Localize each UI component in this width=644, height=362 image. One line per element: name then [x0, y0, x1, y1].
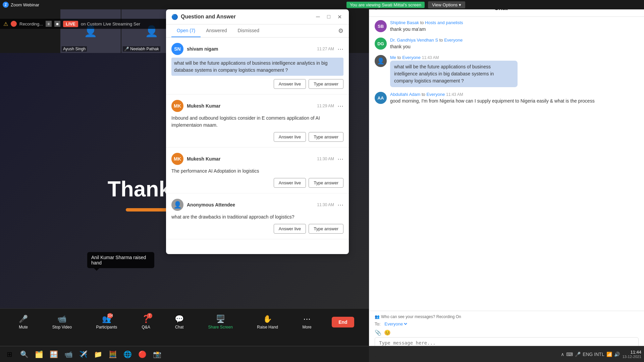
taskbar-camera[interactable]: 📸 — [150, 348, 164, 361]
volume-icon[interactable]: 🔊 — [614, 352, 620, 357]
qa-type-answer-2[interactable]: Type answer — [309, 132, 343, 142]
windows-taskbar: ⊞ 🔍 🗂️ 🪟 📹 ✈️ 📁 🧮 🌐 🔴 📸 ∧ ⌨ 🎤 ENG INTL 📶… — [0, 346, 644, 362]
chat-button[interactable]: 💬 Chat — [171, 313, 188, 331]
qa-sender-4: Anonymous Attendee — [187, 202, 235, 207]
chat-icon: 💬 — [175, 315, 184, 323]
qa-more-4[interactable]: ⋯ — [337, 201, 343, 208]
taskbar-antivirus[interactable]: 🔴 — [136, 348, 149, 361]
qa-maximize-button[interactable]: □ — [325, 13, 333, 21]
share-icon: 🖥️ — [216, 315, 225, 323]
raise-hand-button[interactable]: ✋ Raise Hand — [253, 313, 282, 331]
stream-notice-bar: You are viewing Swati Mittal's screen Vi… — [168, 0, 644, 9]
chat-msg-body-2: Dr. Gandhiya Vendhan S to Everyone thank… — [390, 38, 639, 50]
qa-tab-open[interactable]: Open (7) — [171, 24, 201, 37]
app-title: Zoom Webinar — [11, 2, 39, 7]
pause-button[interactable]: ⏸ — [46, 21, 52, 27]
more-icon: ⋯ — [303, 315, 311, 323]
chat-to-label: To: — [375, 321, 380, 326]
qa-actions-1: Answer live Type answer — [171, 79, 343, 89]
app-title-area: Z Zoom Webinar — [3, 2, 39, 8]
keyboard-icon[interactable]: ⌨ — [566, 352, 573, 357]
privacy-note: 👥 Who can see your messages? Recording O… — [375, 314, 639, 319]
taskbar-widget[interactable]: 🪟 — [47, 348, 60, 361]
meeting-toolbar: 🎤 Mute 📹 Stop Video 👥 104 Participants ❓… — [0, 308, 369, 335]
qa-minimize-button[interactable]: ─ — [314, 13, 322, 21]
qa-answer-live-1[interactable]: Answer live — [274, 79, 306, 89]
qa-type-answer-4[interactable]: Type answer — [309, 224, 343, 234]
chat-avatar-1: SB — [375, 20, 387, 32]
qa-more-2[interactable]: ⋯ — [337, 102, 343, 110]
qa-button[interactable]: ❓ 7 Q&A — [138, 313, 155, 331]
chat-from-3: Me to Everyone 11:43 AM — [390, 55, 639, 60]
chat-label: Chat — [175, 325, 183, 329]
stop-button[interactable]: ⏹ — [54, 21, 60, 27]
streaming-text: on Custom Live Streaming Ser — [81, 21, 140, 26]
system-clock[interactable]: 11:44 13-12-2021 — [623, 350, 641, 359]
qa-count: 7 — [147, 313, 152, 318]
qa-window-controls[interactable]: ─ □ ✕ — [314, 13, 343, 21]
chat-recipient-select[interactable]: Everyone — [383, 321, 408, 327]
warning-icon: ⚠ — [3, 21, 8, 27]
start-button[interactable]: ⊞ — [3, 348, 16, 361]
qa-time-3: 11:30 AM — [317, 157, 334, 161]
qa-close-button[interactable]: ✕ — [335, 13, 343, 21]
qa-settings-button[interactable]: ⚙ — [338, 27, 343, 35]
chat-text-3: what will be the future applications of … — [390, 61, 518, 87]
wifi-icon[interactable]: 📶 — [606, 352, 612, 357]
qa-tab-answered[interactable]: Answered — [201, 24, 232, 37]
chat-emoji-button[interactable]: 😊 — [384, 329, 391, 336]
qa-sender-2: Mukesh Kumar — [187, 103, 220, 109]
taskbar-telegram[interactable]: ✈️ — [76, 348, 90, 361]
qa-more-1[interactable]: ⋯ — [337, 45, 343, 53]
search-button[interactable]: 🔍 — [17, 348, 31, 361]
qa-item-1: SN shivam nigam 11:27 AM ⋯ what will be … — [166, 38, 349, 95]
raised-hand-notification: Anil Kumar Sharma raised hand — [87, 252, 154, 268]
mute-icon: 🎤 — [19, 315, 28, 323]
chat-text-4: good morning, I'm from Nigeria how can I… — [390, 98, 639, 105]
raise-hand-label: Raise Hand — [257, 325, 278, 329]
chat-from-1: Shipline Basak to Hosts and panelists — [390, 20, 639, 25]
qa-more-3[interactable]: ⋯ — [337, 155, 343, 163]
chat-text-1: thank you ma'am — [390, 26, 639, 33]
qa-answer-live-3[interactable]: Answer live — [274, 178, 306, 188]
qa-question-1: what will be the future applications of … — [171, 58, 343, 76]
mic-sys-icon[interactable]: 🎤 — [575, 352, 581, 357]
qa-item-4: 👤 Anonymous Attendee 11:30 AM ⋯ what are… — [166, 193, 349, 239]
video-icon: 📹 — [57, 315, 66, 323]
more-button[interactable]: ⋯ More — [298, 313, 315, 331]
chat-panel: ‹ Chat SB Shipline Basak to Hosts and pa… — [369, 0, 644, 362]
qa-avatar-3: MK — [171, 153, 183, 165]
view-options-button[interactable]: View Options ▾ — [428, 1, 465, 8]
participant-name-2: 🎤 Neelabh Pathak — [123, 46, 160, 52]
share-screen-button[interactable]: 🖥️ Share Screen — [204, 313, 237, 331]
participant-count: 104 — [107, 313, 113, 318]
taskbar-zoom[interactable]: 📹 — [62, 348, 75, 361]
chat-from-2: Dr. Gandhiya Vendhan S to Everyone — [390, 38, 639, 43]
qa-answer-live-2[interactable]: Answer live — [274, 132, 306, 142]
up-arrow-icon[interactable]: ∧ — [561, 352, 564, 357]
qa-panel: 🔵 Question and Answer ─ □ ✕ Open (7) Ans… — [166, 9, 349, 254]
stop-video-button[interactable]: 📹 Stop Video — [48, 313, 76, 331]
chat-attach-button[interactable]: 📎 — [375, 329, 381, 336]
taskbar-files[interactable]: 📁 — [91, 348, 105, 361]
qa-item-3-header: MK Mukesh Kumar 11:30 AM ⋯ — [171, 153, 343, 165]
end-button[interactable]: End — [332, 317, 354, 327]
taskbar-chrome[interactable]: 🌐 — [121, 348, 134, 361]
qa-type-answer-1[interactable]: Type answer — [309, 79, 343, 89]
mute-button[interactable]: 🎤 Mute — [15, 313, 32, 331]
qa-type-answer-3[interactable]: Type answer — [309, 178, 343, 188]
qa-sender-1: shivam nigam — [187, 46, 218, 52]
qa-tab-dismissed[interactable]: Dismissed — [232, 24, 265, 37]
participants-button[interactable]: 👥 104 Participants — [92, 313, 121, 331]
taskbar-calc[interactable]: 🧮 — [106, 348, 119, 361]
participant-name-1: Ayush Singh — [62, 46, 87, 52]
raise-hand-icon: ✋ — [263, 315, 272, 323]
task-view-button[interactable]: 🗂️ — [32, 348, 46, 361]
chat-avatar-4: AA — [375, 92, 387, 104]
qa-avatar-1: SN — [171, 43, 183, 55]
mute-label: Mute — [19, 325, 28, 329]
qa-answer-live-4[interactable]: Answer live — [274, 224, 306, 234]
stop-video-label: Stop Video — [52, 325, 72, 329]
share-screen-label: Share Screen — [208, 325, 233, 329]
chat-avatar-me: 👤 — [375, 55, 387, 67]
